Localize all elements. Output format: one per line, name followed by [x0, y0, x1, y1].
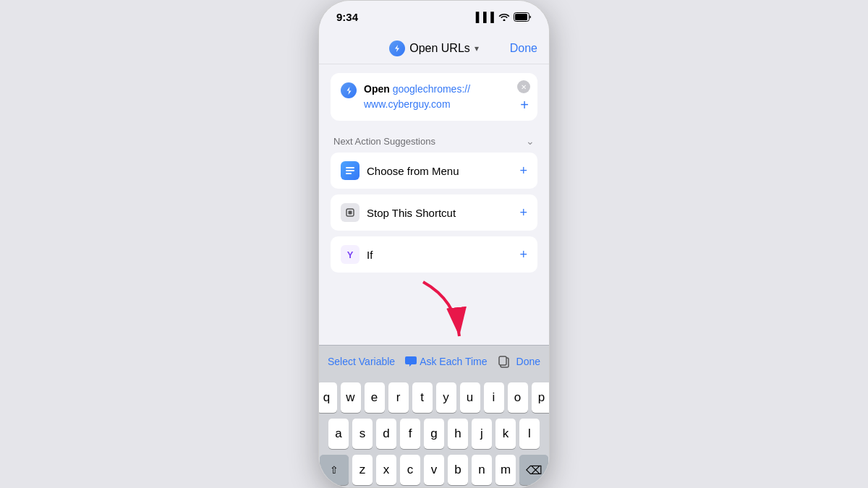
- if-add[interactable]: +: [519, 247, 527, 262]
- delete-key[interactable]: ⌫: [519, 455, 548, 485]
- battery-icon: [514, 12, 532, 22]
- url-content: Open googlechromes:// www.cyberguy.com: [364, 82, 527, 112]
- key-f[interactable]: f: [400, 419, 420, 449]
- key-b[interactable]: b: [448, 455, 468, 485]
- suggestion-stop-shortcut[interactable]: Stop This Shortcut +: [331, 194, 537, 231]
- phone-frame: 9:34 ▐▐▐ Open URLs ▾ Done: [318, 0, 550, 488]
- key-d[interactable]: d: [376, 419, 396, 449]
- if-label: If: [367, 249, 512, 261]
- key-m[interactable]: m: [495, 455, 516, 485]
- key-g[interactable]: g: [424, 419, 444, 449]
- shortcuts-icon: [389, 40, 405, 56]
- key-k[interactable]: k: [495, 419, 516, 449]
- status-icons: ▐▐▐: [472, 12, 532, 22]
- red-arrow: [412, 278, 470, 343]
- nav-title-text: Open URLs: [409, 42, 470, 55]
- key-e[interactable]: e: [365, 382, 385, 413]
- key-o[interactable]: o: [508, 382, 528, 413]
- key-a[interactable]: a: [328, 419, 349, 449]
- url-close-button[interactable]: ✕: [517, 80, 530, 93]
- keyboard: q w e r t y u i o p a s d f g h j k l ⇧ …: [319, 377, 549, 488]
- svg-rect-2: [346, 167, 354, 168]
- open-label: Open: [364, 83, 393, 95]
- toolbar-done-button[interactable]: Done: [516, 356, 540, 367]
- ask-each-time-label: Ask Each Time: [420, 356, 487, 367]
- key-n[interactable]: n: [472, 455, 492, 485]
- key-l[interactable]: l: [519, 419, 540, 449]
- svg-rect-1: [515, 14, 527, 20]
- stop-shortcut-icon: [341, 203, 359, 222]
- suggestions-header: Next Action Suggestions ⌄: [331, 135, 537, 153]
- svg-rect-6: [349, 211, 352, 215]
- key-i[interactable]: i: [484, 382, 504, 413]
- key-j[interactable]: j: [472, 419, 492, 449]
- open-url-icon: [341, 82, 357, 98]
- keyboard-row-1: q w e r t y u i o p: [321, 382, 547, 413]
- svg-rect-3: [346, 170, 354, 171]
- keyboard-row-3: ⇧ z x c v b n m ⌫: [321, 455, 547, 485]
- wifi-icon: [498, 12, 510, 21]
- key-v[interactable]: v: [424, 455, 444, 485]
- choose-from-menu-icon: [341, 161, 359, 180]
- copy-icon[interactable]: [498, 355, 511, 368]
- key-c[interactable]: c: [400, 455, 420, 485]
- key-y[interactable]: y: [436, 382, 456, 413]
- nav-chevron-icon[interactable]: ▾: [475, 43, 479, 53]
- key-p[interactable]: p: [532, 382, 550, 413]
- chat-bubble-icon: [405, 356, 417, 367]
- toolbar-right: Done: [498, 355, 540, 368]
- annotation-arrow-container: [331, 278, 537, 336]
- nav-bar: Open URLs ▾ Done: [319, 33, 549, 64]
- ask-each-time-button[interactable]: Ask Each Time: [405, 356, 487, 367]
- key-u[interactable]: u: [460, 382, 480, 413]
- nav-done-button[interactable]: Done: [510, 42, 537, 55]
- signal-icon: ▐▐▐: [472, 12, 495, 22]
- url-card[interactable]: Open googlechromes:// www.cyberguy.com ✕…: [331, 73, 537, 121]
- select-variable-button[interactable]: Select Variable: [328, 356, 395, 367]
- choose-from-menu-label: Choose from Menu: [367, 165, 512, 177]
- key-z[interactable]: z: [352, 455, 373, 485]
- key-q[interactable]: q: [318, 382, 337, 413]
- key-w[interactable]: w: [341, 382, 361, 413]
- key-t[interactable]: t: [412, 382, 433, 413]
- key-s[interactable]: s: [352, 419, 373, 449]
- suggestions-label: Next Action Suggestions: [333, 136, 435, 147]
- content-area: Open googlechromes:// www.cyberguy.com ✕…: [319, 64, 549, 345]
- url-add-button[interactable]: +: [520, 97, 529, 114]
- suggestions-chevron-icon[interactable]: ⌄: [526, 135, 535, 147]
- stop-shortcut-label: Stop This Shortcut: [367, 207, 512, 219]
- choose-from-menu-add[interactable]: +: [519, 163, 527, 179]
- svg-rect-9: [499, 356, 506, 365]
- keyboard-toolbar: Select Variable Ask Each Time Done: [319, 345, 549, 377]
- shift-key[interactable]: ⇧: [320, 455, 349, 485]
- svg-rect-4: [346, 173, 352, 174]
- status-bar: 9:34 ▐▐▐: [319, 1, 549, 33]
- url-text: Open googlechromes:// www.cyberguy.com: [364, 83, 470, 110]
- suggestion-choose-from-menu[interactable]: Choose from Menu +: [331, 153, 537, 189]
- if-icon: Y: [341, 245, 359, 264]
- suggestion-if[interactable]: Y If +: [331, 236, 537, 273]
- key-h[interactable]: h: [448, 419, 468, 449]
- stop-shortcut-add[interactable]: +: [519, 205, 527, 221]
- key-x[interactable]: x: [376, 455, 396, 485]
- nav-title: Open URLs ▾: [389, 40, 479, 56]
- keyboard-row-2: a s d f g h j k l: [321, 419, 547, 449]
- key-r[interactable]: r: [388, 382, 409, 413]
- status-time: 9:34: [336, 11, 358, 23]
